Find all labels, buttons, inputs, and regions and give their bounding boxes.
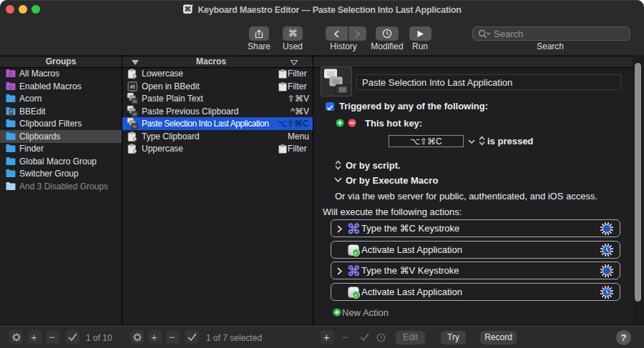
svg-text:⌘: ⌘: [185, 5, 191, 13]
svg-text:#!: #!: [130, 84, 135, 90]
